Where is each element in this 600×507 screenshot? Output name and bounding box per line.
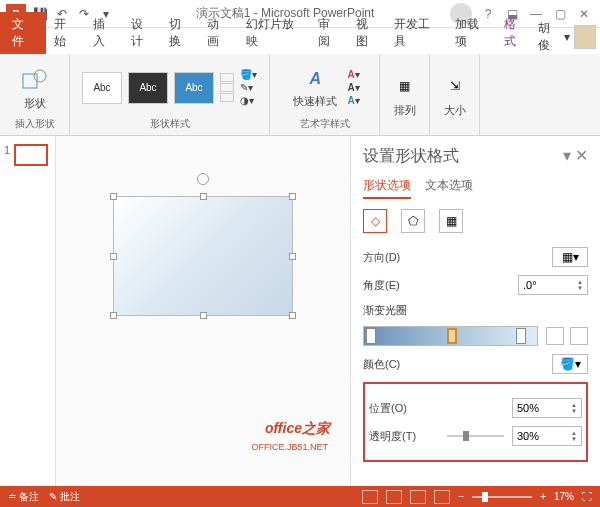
transparency-slider[interactable] bbox=[447, 435, 504, 437]
shape-outline-icon[interactable]: ✎▾ bbox=[240, 82, 257, 93]
transparency-label: 透明度(T) bbox=[369, 429, 439, 444]
angle-input[interactable]: .0° ▲▼ bbox=[518, 275, 588, 295]
gradient-stop-active[interactable] bbox=[447, 328, 457, 344]
tab-transition[interactable]: 切换 bbox=[161, 12, 199, 54]
direction-label: 方向(D) bbox=[363, 250, 433, 265]
tab-slideshow[interactable]: 幻灯片放映 bbox=[238, 12, 310, 54]
wordart-quick-button[interactable]: A 快速样式 bbox=[289, 63, 341, 113]
tab-animation[interactable]: 动画 bbox=[199, 12, 237, 54]
fit-window-icon[interactable]: ⛶ bbox=[582, 491, 592, 502]
gradient-slider[interactable] bbox=[363, 326, 538, 346]
normal-view-icon[interactable] bbox=[362, 490, 378, 504]
zoom-out-icon[interactable]: − bbox=[458, 491, 464, 502]
zoom-level[interactable]: 17% bbox=[554, 491, 574, 502]
shapes-button[interactable]: 形状 bbox=[17, 61, 53, 115]
size-icon: ⇲ bbox=[441, 72, 469, 100]
selected-shape[interactable] bbox=[113, 196, 293, 316]
slide-canvas[interactable]: office之家 OFFICE.JB51.NET bbox=[56, 136, 350, 486]
fill-line-icon[interactable]: ◇ bbox=[363, 209, 387, 233]
resize-handle[interactable] bbox=[200, 312, 207, 319]
resize-handle[interactable] bbox=[289, 193, 296, 200]
size-button[interactable]: ⇲ 大小 bbox=[437, 68, 473, 122]
spinner[interactable]: ▲▼ bbox=[571, 430, 577, 442]
tab-file[interactable]: 文件 bbox=[0, 12, 46, 54]
shape-fill-icon[interactable]: 🪣▾ bbox=[240, 69, 257, 80]
tab-format[interactable]: 格式 bbox=[496, 12, 534, 54]
tab-insert[interactable]: 插入 bbox=[85, 12, 123, 54]
direction-dropdown[interactable]: ▦▾ bbox=[552, 247, 588, 267]
gradstops-label: 渐变光圈 bbox=[363, 303, 433, 318]
pane-tab-shape[interactable]: 形状选项 bbox=[363, 177, 411, 199]
svg-point-1 bbox=[34, 70, 46, 82]
slide-thumbnail[interactable]: 1 bbox=[4, 144, 51, 166]
zoom-in-icon[interactable]: + bbox=[540, 491, 546, 502]
position-input[interactable]: 50% ▲▼ bbox=[512, 398, 582, 418]
shape-effects-icon[interactable]: ◑▾ bbox=[240, 95, 257, 106]
shape-style-1[interactable]: Abc bbox=[82, 72, 122, 104]
ribbon: 形状 插入形状 Abc Abc Abc 🪣▾ ✎▾ ◑▾ 形状样式 A 快速样式 bbox=[0, 54, 600, 136]
group-wordart: 艺术字样式 bbox=[300, 117, 350, 131]
wordart-icon: A bbox=[303, 67, 327, 91]
position-label: 位置(O) bbox=[369, 401, 439, 416]
resize-handle[interactable] bbox=[110, 193, 117, 200]
group-shape-styles: 形状样式 bbox=[150, 117, 190, 131]
group-insert-shape: 插入形状 bbox=[15, 117, 55, 131]
resize-handle[interactable] bbox=[200, 193, 207, 200]
highlight-box: 位置(O) 50% ▲▼ 透明度(T) 30% ▲▼ bbox=[363, 382, 588, 462]
text-effects-icon[interactable]: A▾ bbox=[347, 95, 359, 106]
gradient-stop[interactable] bbox=[516, 328, 526, 344]
tab-developer[interactable]: 开发工具 bbox=[386, 12, 447, 54]
resize-handle[interactable] bbox=[289, 312, 296, 319]
size-props-icon[interactable]: ▦ bbox=[439, 209, 463, 233]
status-bar: ≐ 备注 ✎ 批注 − + 17% ⛶ bbox=[0, 486, 600, 507]
resize-handle[interactable] bbox=[289, 253, 296, 260]
format-shape-pane: 设置形状格式 ▾ ✕ 形状选项 文本选项 ◇ ⬠ ▦ 方向(D) ▦▾ 角度(E… bbox=[350, 136, 600, 486]
svg-rect-0 bbox=[23, 74, 37, 88]
text-fill-icon[interactable]: A▾ bbox=[347, 69, 359, 80]
pane-close-icon[interactable]: ▾ ✕ bbox=[563, 146, 588, 167]
add-stop-icon[interactable] bbox=[546, 327, 564, 345]
tab-review[interactable]: 审阅 bbox=[310, 12, 348, 54]
tab-home[interactable]: 开始 bbox=[46, 12, 84, 54]
remove-stop-icon[interactable] bbox=[570, 327, 588, 345]
color-label: 颜色(C) bbox=[363, 357, 433, 372]
reading-view-icon[interactable] bbox=[410, 490, 426, 504]
sorter-view-icon[interactable] bbox=[386, 490, 402, 504]
tab-view[interactable]: 视图 bbox=[348, 12, 386, 54]
notes-button[interactable]: ≐ 备注 bbox=[8, 490, 39, 504]
resize-handle[interactable] bbox=[110, 312, 117, 319]
avatar[interactable] bbox=[574, 25, 596, 49]
gallery-more[interactable] bbox=[220, 73, 234, 102]
transparency-input[interactable]: 30% ▲▼ bbox=[512, 426, 582, 446]
effects-icon[interactable]: ⬠ bbox=[401, 209, 425, 233]
zoom-slider[interactable] bbox=[472, 496, 532, 498]
resize-handle[interactable] bbox=[110, 253, 117, 260]
user-name[interactable]: 胡俊▾ bbox=[534, 20, 600, 54]
angle-label: 角度(E) bbox=[363, 278, 433, 293]
shape-style-2[interactable]: Abc bbox=[128, 72, 168, 104]
color-dropdown[interactable]: 🪣▾ bbox=[552, 354, 588, 374]
slideshow-view-icon[interactable] bbox=[434, 490, 450, 504]
text-outline-icon[interactable]: A▾ bbox=[347, 82, 359, 93]
tab-design[interactable]: 设计 bbox=[123, 12, 161, 54]
tab-addins[interactable]: 加载项 bbox=[447, 12, 496, 54]
comments-button[interactable]: ✎ 批注 bbox=[49, 490, 80, 504]
arrange-icon: ▦ bbox=[391, 72, 419, 100]
shapes-icon bbox=[21, 65, 49, 93]
pane-tab-text[interactable]: 文本选项 bbox=[425, 177, 473, 199]
thumbnail-panel: 1 bbox=[0, 136, 56, 486]
spinner[interactable]: ▲▼ bbox=[571, 402, 577, 414]
pane-title: 设置形状格式 bbox=[363, 146, 459, 167]
shape-style-3[interactable]: Abc bbox=[174, 72, 214, 104]
spinner[interactable]: ▲▼ bbox=[577, 279, 583, 291]
rotate-handle[interactable] bbox=[197, 173, 209, 185]
watermark: office之家 bbox=[265, 420, 330, 438]
arrange-button[interactable]: ▦ 排列 bbox=[387, 68, 423, 122]
thumb-number: 1 bbox=[4, 144, 10, 166]
watermark-sub: OFFICE.JB51.NET bbox=[251, 442, 328, 452]
gradient-stop[interactable] bbox=[366, 328, 376, 344]
